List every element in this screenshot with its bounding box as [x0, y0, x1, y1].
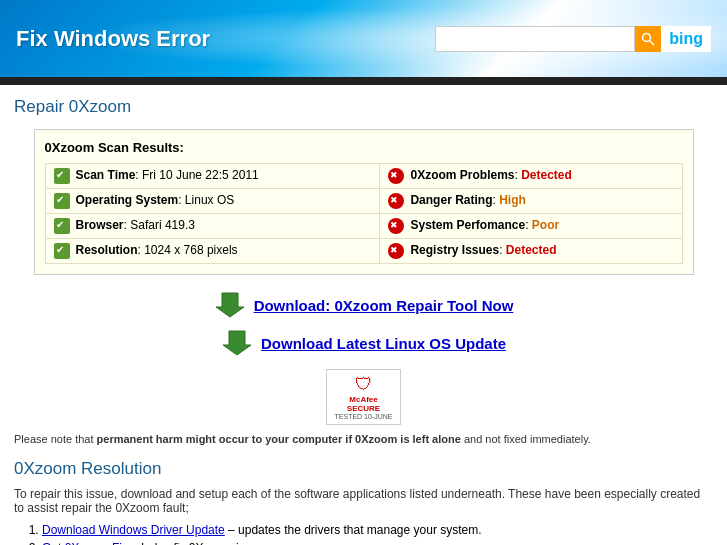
- dark-bar: [0, 77, 727, 85]
- scan-left-cell: Scan Time: Fri 10 June 22:5 2011: [45, 164, 380, 189]
- resolution-link[interactable]: Download Windows Driver Update: [42, 523, 225, 537]
- download-link-2[interactable]: Download Latest Linux OS Update: [261, 335, 506, 352]
- resolution-list: Download Windows Driver Update – updates…: [14, 523, 713, 545]
- table-row: Operating System: Linux OSDanger Rating:…: [45, 189, 682, 214]
- arrow-down-icon-2: [223, 329, 251, 357]
- search-icon: [641, 32, 655, 46]
- x-icon: [388, 168, 404, 184]
- download-row-2: Download Latest Linux OS Update: [14, 327, 713, 359]
- main-content: Repair 0Xzoom 0Xzoom Scan Results: Scan …: [0, 85, 727, 545]
- check-icon: [54, 218, 70, 234]
- mcafee-badge: 🛡 McAfeeSECURE TESTED 10-JUNE: [14, 369, 713, 425]
- mcafee-tested-text: TESTED 10-JUNE: [335, 413, 393, 420]
- scan-right-cell: Registry Issues: Detected: [380, 239, 682, 264]
- table-row: Browser: Safari 419.3System Perfomance: …: [45, 214, 682, 239]
- download-icon-1: [214, 289, 246, 321]
- check-icon: [54, 168, 70, 184]
- mcafee-secure-text: McAfeeSECURE: [335, 395, 393, 413]
- resolution-desc: To repair this issue, download and setup…: [14, 487, 713, 515]
- svg-line-1: [650, 40, 655, 45]
- note-text: Please note that permanent harm might oc…: [14, 433, 713, 445]
- scan-left-cell: Resolution: 1024 x 768 pixels: [45, 239, 380, 264]
- download-link-1[interactable]: Download: 0Xzoom Repair Tool Now: [254, 297, 514, 314]
- scan-right-value: High: [499, 193, 526, 207]
- search-input[interactable]: [435, 26, 635, 52]
- scan-tbody: Scan Time: Fri 10 June 22:5 20110Xzoom P…: [45, 164, 682, 264]
- mcafee-shield-icon: 🛡: [335, 374, 393, 395]
- header: Fix Windows Error bing: [0, 0, 727, 77]
- site-title: Fix Windows Error: [16, 26, 210, 52]
- note-bold: permanent harm might occur to your compu…: [97, 433, 461, 445]
- scan-right-cell: 0Xzoom Problems: Detected: [380, 164, 682, 189]
- scan-table: Scan Time: Fri 10 June 22:5 20110Xzoom P…: [45, 163, 683, 264]
- download-icon-2: [221, 327, 253, 359]
- check-icon: [54, 243, 70, 259]
- check-icon: [54, 193, 70, 209]
- search-area: bing: [435, 26, 711, 52]
- scan-results-box: 0Xzoom Scan Results: Scan Time: Fri 10 J…: [34, 129, 694, 275]
- search-button[interactable]: [635, 26, 661, 52]
- scan-right-value: Detected: [506, 243, 557, 257]
- svg-marker-3: [223, 331, 251, 355]
- scan-right-value: Detected: [521, 168, 572, 182]
- mcafee-inner: 🛡 McAfeeSECURE TESTED 10-JUNE: [326, 369, 402, 425]
- svg-marker-2: [216, 293, 244, 317]
- list-item: Download Windows Driver Update – updates…: [42, 523, 713, 537]
- resolution-link[interactable]: Get 0Xzoom Fix: [42, 541, 128, 545]
- scan-box-title: 0Xzoom Scan Results:: [45, 140, 683, 155]
- arrow-down-icon: [216, 291, 244, 319]
- svg-point-0: [643, 33, 651, 41]
- x-icon: [388, 218, 404, 234]
- download-row-1: Download: 0Xzoom Repair Tool Now: [14, 289, 713, 321]
- scan-left-cell: Operating System: Linux OS: [45, 189, 380, 214]
- x-icon: [388, 193, 404, 209]
- scan-right-cell: Danger Rating: High: [380, 189, 682, 214]
- resolution-title: 0Xzoom Resolution: [14, 459, 713, 479]
- table-row: Resolution: 1024 x 768 pixelsRegistry Is…: [45, 239, 682, 264]
- scan-right-value: Poor: [532, 218, 559, 232]
- bing-label: bing: [661, 26, 711, 52]
- table-row: Scan Time: Fri 10 June 22:5 20110Xzoom P…: [45, 164, 682, 189]
- x-icon: [388, 243, 404, 259]
- scan-left-cell: Browser: Safari 419.3: [45, 214, 380, 239]
- downloads-section: Download: 0Xzoom Repair Tool Now Downloa…: [14, 289, 713, 359]
- scan-right-cell: System Perfomance: Poor: [380, 214, 682, 239]
- page-title: Repair 0Xzoom: [14, 97, 713, 117]
- list-item: Get 0Xzoom Fix – helps fix 0Xzoom in you…: [42, 541, 713, 545]
- note-suffix: and not fixed immediately.: [461, 433, 591, 445]
- note-prefix: Please note that: [14, 433, 97, 445]
